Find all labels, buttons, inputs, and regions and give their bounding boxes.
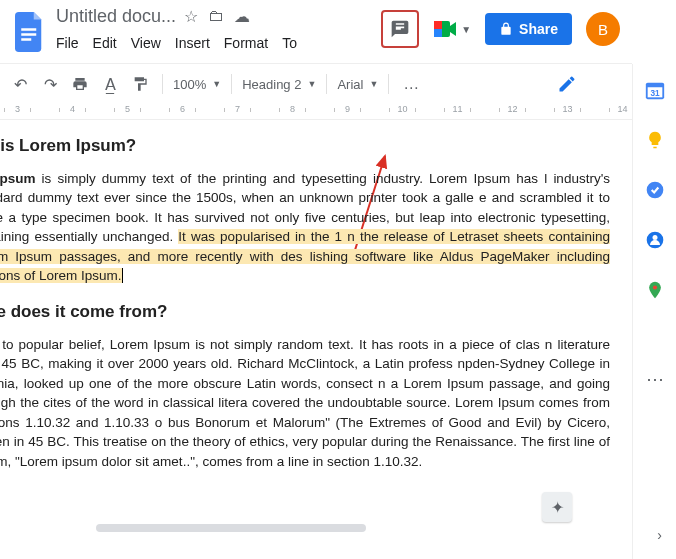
- menu-format[interactable]: Format: [224, 35, 268, 51]
- share-button[interactable]: Share: [485, 13, 572, 45]
- menu-edit[interactable]: Edit: [93, 35, 117, 51]
- more-tools-button[interactable]: …: [399, 72, 423, 96]
- header-bar: Untitled docu... ☆ 🗀 ☁ File Edit View In…: [0, 0, 632, 64]
- move-icon[interactable]: 🗀: [208, 7, 224, 26]
- svg-point-13: [652, 235, 657, 240]
- ruler[interactable]: 3456789101112131415: [0, 104, 632, 120]
- more-addons-icon[interactable]: ⋯: [646, 368, 664, 390]
- horizontal-scrollbar[interactable]: [96, 524, 366, 532]
- svg-point-14: [652, 285, 656, 289]
- explore-button[interactable]: ✦: [542, 492, 572, 522]
- cloud-status-icon[interactable]: ☁: [234, 7, 250, 26]
- editing-mode-button[interactable]: [552, 72, 582, 96]
- hide-panel-button[interactable]: ›: [657, 527, 662, 543]
- svg-rect-6: [434, 29, 442, 37]
- spellcheck-button[interactable]: A̲: [98, 72, 122, 96]
- heading-1: hat is Lorem Ipsum?: [0, 134, 610, 159]
- maps-icon[interactable]: [643, 278, 667, 302]
- zoom-select[interactable]: 100%▼: [173, 77, 221, 92]
- paragraph-style-select[interactable]: Heading 2▼: [242, 77, 316, 92]
- svg-rect-2: [21, 38, 31, 41]
- keep-icon[interactable]: [643, 128, 667, 152]
- toolbar: ↶ ↷ A̲ 100%▼ Heading 2▼ Arial▼ …: [0, 64, 632, 104]
- paragraph-1: em Ipsum is simply dummy text of the pri…: [0, 169, 610, 286]
- chevron-down-icon: ▼: [461, 24, 471, 35]
- calendar-icon[interactable]: 31: [643, 78, 667, 102]
- menu-view[interactable]: View: [131, 35, 161, 51]
- contacts-icon[interactable]: [643, 228, 667, 252]
- account-avatar[interactable]: B: [586, 12, 620, 46]
- print-button[interactable]: [68, 72, 92, 96]
- meet-button[interactable]: ▼: [433, 18, 471, 40]
- side-panel: 31 ⋯ ›: [632, 64, 676, 559]
- heading-2: here does it come from?: [0, 300, 610, 325]
- docs-logo-icon[interactable]: [10, 6, 50, 58]
- menu-tools[interactable]: To: [282, 35, 297, 51]
- svg-text:31: 31: [650, 89, 660, 98]
- document-title[interactable]: Untitled docu...: [56, 6, 176, 27]
- svg-rect-0: [21, 28, 36, 31]
- menu-insert[interactable]: Insert: [175, 35, 210, 51]
- undo-button[interactable]: ↶: [8, 72, 32, 96]
- menu-file[interactable]: File: [56, 35, 79, 51]
- menu-bar: File Edit View Insert Format To: [56, 27, 326, 51]
- share-label: Share: [519, 21, 558, 37]
- document-canvas[interactable]: comment history option hat is Lorem Ipsu…: [0, 120, 632, 534]
- text-cursor: [122, 268, 123, 283]
- svg-rect-1: [21, 33, 36, 36]
- svg-rect-5: [434, 21, 442, 29]
- paragraph-2: trary to popular belief, Lorem Ipsum is …: [0, 335, 610, 472]
- comment-history-button[interactable]: [381, 10, 419, 48]
- tasks-icon[interactable]: [643, 178, 667, 202]
- redo-button[interactable]: ↷: [38, 72, 62, 96]
- paint-format-button[interactable]: [128, 72, 152, 96]
- star-icon[interactable]: ☆: [184, 7, 198, 26]
- font-select[interactable]: Arial▼: [337, 77, 378, 92]
